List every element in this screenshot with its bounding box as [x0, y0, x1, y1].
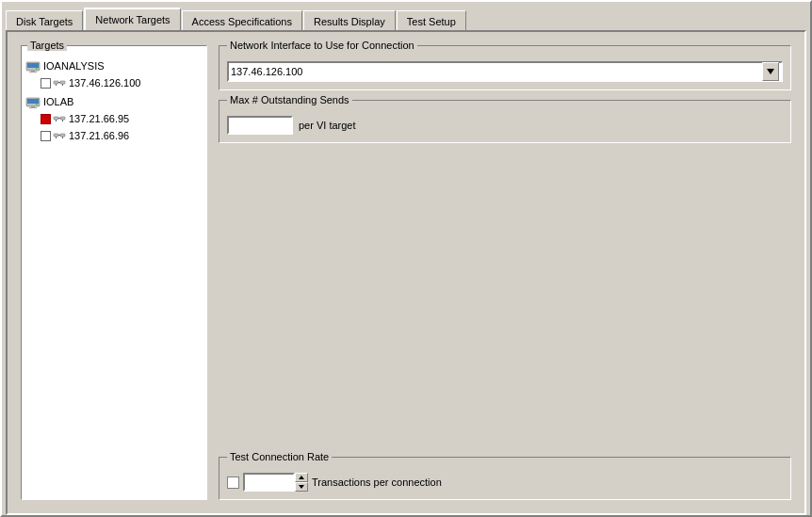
svg-rect-14 [29, 107, 37, 108]
targets-group-label: Targets [27, 40, 67, 51]
svg-rect-9 [62, 84, 63, 86]
test-conn-group: Test Connection Rate [219, 457, 791, 500]
tab-bar: Disk Targets Network Targets Access Spec… [6, 6, 806, 30]
svg-rect-4 [29, 72, 37, 73]
test-conn-input[interactable] [243, 473, 295, 492]
svg-marker-26 [299, 476, 304, 479]
network-icon [53, 77, 66, 89]
tree-row[interactable]: 137.21.66.96 [24, 127, 204, 144]
max-sends-group-label: Max # Outstanding Sends [227, 94, 352, 105]
test-conn-transactions-label: Transactions per connection [312, 477, 442, 488]
max-sends-input[interactable] [227, 116, 293, 135]
svg-rect-16 [60, 117, 65, 120]
main-window: Disk Targets Network Targets Access Spec… [0, 0, 812, 517]
spacer [219, 153, 791, 447]
svg-rect-15 [54, 117, 58, 120]
tab-network-targets[interactable]: Network Targets [84, 8, 180, 30]
svg-point-2 [36, 68, 38, 70]
svg-point-12 [36, 104, 38, 105]
network-interface-value: 137.46.126.100 [231, 66, 762, 77]
dropdown-arrow-icon[interactable] [762, 62, 779, 81]
svg-rect-19 [62, 120, 63, 121]
max-sends-group: Max # Outstanding Sends per VI target [219, 100, 791, 143]
svg-marker-25 [767, 69, 774, 74]
network-interface-group-label: Network Interface to Use for Connection [227, 40, 417, 51]
right-section: Network Interface to Use for Connection … [213, 40, 797, 506]
checkbox-iolab-ip2[interactable] [41, 131, 51, 141]
svg-rect-8 [56, 84, 57, 86]
tree-node-ioanalysis-label: IOANALYSIS [43, 60, 105, 72]
checkbox-iolab-ip1[interactable] [41, 114, 51, 124]
tree-row[interactable]: IOANALYSIS [24, 57, 204, 74]
network-interface-dropdown[interactable]: 137.46.126.100 [227, 61, 783, 82]
svg-rect-13 [31, 106, 35, 107]
svg-rect-23 [56, 137, 57, 138]
left-section: Targets IOANALYSIS [15, 40, 213, 506]
tree-row[interactable]: IOLAB [24, 93, 204, 110]
content-area: Targets IOANALYSIS [15, 40, 797, 506]
svg-rect-20 [54, 134, 58, 137]
tab-access-specs[interactable]: Access Specifications [182, 10, 302, 31]
svg-rect-1 [27, 63, 39, 68]
network-icon [53, 113, 66, 124]
server-icon [25, 59, 41, 73]
test-conn-group-label: Test Connection Rate [227, 451, 332, 462]
spinner-container [243, 473, 308, 492]
svg-rect-3 [31, 71, 35, 72]
tree-node-iolab-ip2-label: 137.21.66.96 [69, 130, 129, 141]
tree-node-iolab-ip1-label: 137.21.66.95 [69, 113, 129, 124]
network-interface-group: Network Interface to Use for Connection … [219, 45, 791, 90]
tab-disk-targets[interactable]: Disk Targets [6, 10, 83, 31]
spinner-down-button[interactable] [295, 482, 308, 492]
svg-rect-18 [56, 120, 57, 121]
tab-content: Targets IOANALYSIS [6, 30, 806, 515]
svg-rect-6 [60, 81, 65, 84]
server-icon [25, 95, 41, 108]
tree-node-ioanalysis-ip-label: 137.46.126.100 [69, 77, 140, 89]
spinner-up-button[interactable] [295, 473, 308, 482]
svg-rect-21 [60, 134, 65, 137]
tree-row[interactable]: 137.46.126.100 [24, 74, 204, 91]
targets-box: Targets IOANALYSIS [21, 45, 207, 500]
max-sends-row: per VI target [227, 116, 783, 135]
tree-content: IOANALYSIS 137.4 [22, 56, 206, 146]
spinner-arrows [295, 473, 308, 492]
test-conn-row: Transactions per connection [227, 473, 783, 492]
svg-marker-27 [299, 485, 304, 489]
network-icon [53, 130, 66, 141]
svg-rect-24 [62, 137, 63, 138]
max-sends-unit-label: per VI target [299, 120, 356, 131]
tree-row[interactable]: 137.21.66.95 [24, 110, 204, 127]
tab-results-display[interactable]: Results Display [303, 10, 396, 31]
tab-test-setup[interactable]: Test Setup [397, 10, 466, 31]
svg-rect-11 [27, 99, 39, 104]
checkbox-ioanalysis-ip[interactable] [41, 78, 51, 89]
svg-rect-5 [54, 81, 58, 84]
test-conn-checkbox[interactable] [227, 477, 239, 489]
tree-node-iolab-label: IOLAB [43, 96, 73, 107]
